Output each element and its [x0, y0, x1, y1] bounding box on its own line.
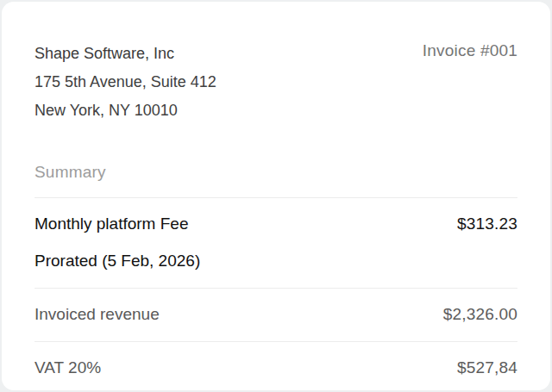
- line-item-sublabel: Prorated (5 Feb, 2026): [34, 252, 518, 271]
- company-name: Shape Software, Inc: [34, 40, 216, 68]
- company-address-line-1: 175 5th Avenue, Suite 412: [34, 68, 216, 96]
- line-item-vat: VAT 20% $527,84: [34, 342, 518, 392]
- line-item-main: VAT 20% $527,84: [34, 358, 518, 377]
- line-item-amount: $527,84: [457, 358, 518, 377]
- company-address-block: Shape Software, Inc 175 5th Avenue, Suit…: [34, 40, 216, 125]
- line-item-invoiced-revenue: Invoiced revenue $2,326.00: [34, 289, 518, 342]
- line-item-amount: $313.23: [457, 215, 518, 233]
- invoice-header: Shape Software, Inc 175 5th Avenue, Suit…: [34, 40, 518, 125]
- line-item-main: Monthly platform Fee $313.23: [34, 215, 518, 233]
- line-item-monthly-platform-fee: Monthly platform Fee $313.23 Prorated (5…: [34, 198, 518, 289]
- line-item-amount: $2,326.00: [443, 305, 518, 324]
- line-item-label: Invoiced revenue: [34, 305, 160, 324]
- invoice-card: Shape Software, Inc 175 5th Avenue, Suit…: [2, 2, 550, 390]
- line-item-main: Invoiced revenue $2,326.00: [34, 305, 518, 324]
- summary-section-title: Summary: [34, 163, 518, 198]
- company-address-line-2: New York, NY 10010: [34, 96, 216, 125]
- invoice-number: Invoice #001: [423, 40, 518, 60]
- line-item-label: Monthly platform Fee: [34, 215, 188, 233]
- line-item-label: VAT 20%: [34, 358, 101, 377]
